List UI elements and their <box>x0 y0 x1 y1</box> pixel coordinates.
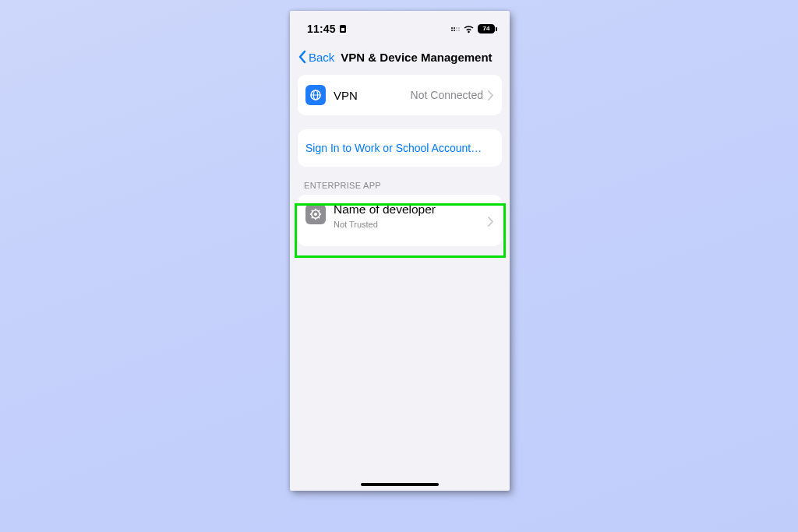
signin-label: Sign In to Work or School Account… <box>305 140 482 156</box>
nav-bar: Back VPN & Device Management <box>290 45 510 75</box>
signin-card: Sign In to Work or School Account… <box>298 129 502 167</box>
svg-line-13 <box>312 217 312 218</box>
developer-row[interactable]: Name of developer Not Trusted <box>298 195 502 246</box>
sim-icon <box>339 24 347 33</box>
chevron-right-icon <box>488 217 494 227</box>
vpn-label: VPN <box>334 89 358 102</box>
vpn-icon <box>305 85 326 105</box>
vpn-row[interactable]: VPN Not Connected <box>298 75 502 115</box>
back-button[interactable]: Back <box>296 48 336 65</box>
status-right: 74 <box>451 24 497 33</box>
home-indicator[interactable] <box>361 483 439 486</box>
wifi-icon <box>463 25 475 33</box>
chevron-right-icon <box>488 90 494 100</box>
gear-icon <box>305 204 326 224</box>
page-title: VPN & Device Management <box>341 51 492 64</box>
vpn-group: VPN Not Connected <box>298 75 502 115</box>
vpn-status: Not Connected <box>411 89 483 101</box>
svg-rect-1 <box>341 28 344 31</box>
signin-group: Sign In to Work or School Account… <box>298 129 502 167</box>
trust-status: Not Trusted <box>334 220 378 229</box>
status-time: 11:45 <box>307 23 336 35</box>
svg-line-11 <box>312 210 312 211</box>
svg-line-14 <box>319 210 320 211</box>
signin-row[interactable]: Sign In to Work or School Account… <box>298 129 502 167</box>
svg-point-6 <box>314 213 317 216</box>
phone-frame: 11:45 74 <box>290 11 510 491</box>
status-left: 11:45 <box>307 23 347 35</box>
vpn-card: VPN Not Connected <box>298 75 502 115</box>
enterprise-section-header: ENTERPRISE APP <box>298 181 502 195</box>
status-bar: 11:45 74 <box>290 11 510 41</box>
battery-percent: 74 <box>483 26 490 32</box>
developer-name: Name of developer <box>334 203 436 217</box>
enterprise-group: ENTERPRISE APP <box>298 181 502 246</box>
svg-line-12 <box>319 217 320 218</box>
enterprise-card: Name of developer Not Trusted <box>298 195 502 246</box>
battery-indicator: 74 <box>478 24 497 33</box>
dual-sim-icon <box>451 27 460 31</box>
back-label: Back <box>309 51 334 64</box>
